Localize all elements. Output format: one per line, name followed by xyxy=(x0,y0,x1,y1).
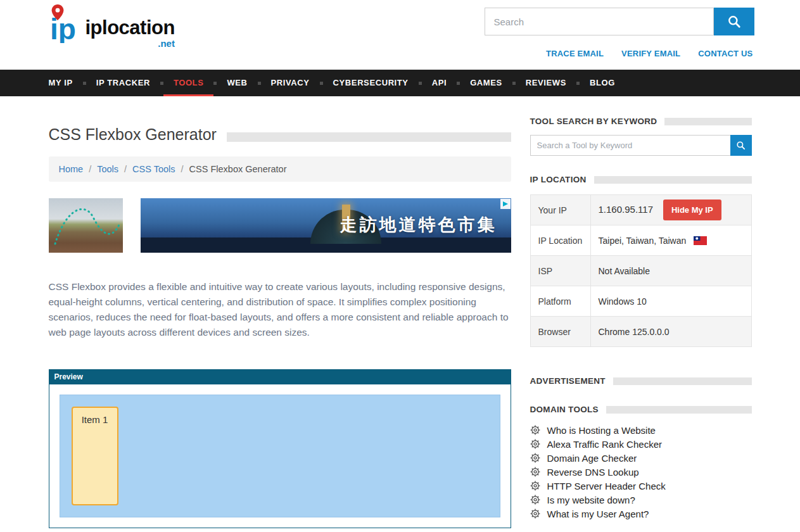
sidebar: TOOL SEARCH BY KEYWORD IP LOCATION Your … xyxy=(530,117,752,528)
tool-search-input[interactable] xyxy=(530,135,730,156)
gear-icon xyxy=(530,495,540,505)
site-logo[interactable]: ip iplocation .net xyxy=(49,4,175,49)
page-description: CSS Flexbox provides a flexible and intu… xyxy=(49,279,511,340)
flex-container: Item 1 xyxy=(60,395,500,517)
list-item: Reverse DNS Lookup xyxy=(530,465,752,479)
title-decoration-bar xyxy=(227,132,511,142)
ad-main-image: 走訪地道特色市集 xyxy=(141,198,511,253)
tool-search-button[interactable] xyxy=(730,135,752,156)
breadcrumb-css-tools[interactable]: CSS Tools xyxy=(132,164,175,174)
row-label: Browser xyxy=(530,317,590,347)
adchoices-triangle-icon xyxy=(502,201,509,207)
nav-item-blog[interactable]: BLOG xyxy=(580,70,625,96)
breadcrumb-home[interactable]: Home xyxy=(59,164,84,174)
browser-value: Chrome 125.0.0.0 xyxy=(590,317,751,347)
list-item: Who is Hosting a Website xyxy=(530,423,752,437)
domain-tool-who-is-hosting-link[interactable]: Who is Hosting a Website xyxy=(547,425,656,436)
flex-item-1: Item 1 xyxy=(72,407,118,505)
isp-value: Not Available xyxy=(590,256,751,286)
tool-search xyxy=(530,135,752,156)
ad-gap xyxy=(123,198,141,253)
preview-panel: Preview Item 1 xyxy=(49,369,511,528)
ip-location-table: Your IP 1.160.95.117 Hide My IP IP Locat… xyxy=(530,194,752,347)
ad-left-image xyxy=(49,198,123,253)
table-row: IP Location Taipei, Taiwan, Taiwan xyxy=(530,225,751,256)
domain-tools-list: Who is Hosting a Website Alexa Traffic R… xyxy=(530,423,752,521)
hide-my-ip-button[interactable]: Hide My IP xyxy=(663,200,721,220)
main-nav: MY IP IP TRACKER TOOLS WEB PRIVACY CYBER… xyxy=(0,70,800,96)
advertisement-heading: ADVERTISEMENT xyxy=(530,376,606,386)
tool-search-heading: TOOL SEARCH BY KEYWORD xyxy=(530,117,657,126)
row-label: Your IP xyxy=(530,195,590,225)
search-icon xyxy=(727,15,741,28)
gear-icon xyxy=(530,453,540,463)
breadcrumb-tools[interactable]: Tools xyxy=(97,164,118,174)
table-row: ISP Not Available xyxy=(530,256,751,286)
domain-tool-user-agent-link[interactable]: What is my User Agent? xyxy=(547,509,649,519)
logo-pin-icon: ip xyxy=(49,4,84,43)
breadcrumb-separator: / xyxy=(124,164,127,174)
svg-text:ip: ip xyxy=(50,13,76,43)
heading-decoration-bar xyxy=(606,406,752,414)
ip-location-value: Taipei, Taiwan, Taiwan xyxy=(599,236,687,246)
verify-email-link[interactable]: VERIFY EMAIL xyxy=(621,49,680,58)
domain-tool-domain-age-link[interactable]: Domain Age Checker xyxy=(547,453,637,464)
taiwan-flag-icon xyxy=(694,236,707,245)
platform-value: Windows 10 xyxy=(590,286,751,317)
nav-item-reviews[interactable]: REVIEWS xyxy=(516,70,576,96)
nav-item-privacy[interactable]: PRIVACY xyxy=(261,70,320,96)
adchoices-icon[interactable] xyxy=(500,199,511,209)
list-item: HTTP Server Header Check xyxy=(530,479,752,493)
header-links: TRACE EMAIL VERIFY EMAIL CONTACT US xyxy=(546,49,752,58)
logo-text: iplocation xyxy=(86,18,175,37)
preview-header: Preview xyxy=(49,369,511,384)
ad-curve-graphic xyxy=(49,198,123,253)
your-ip-value: 1.160.95.117 xyxy=(599,204,653,215)
preview-body: Item 1 xyxy=(49,384,511,528)
list-item: What is my User Agent? xyxy=(530,507,752,521)
nav-item-my-ip[interactable]: MY IP xyxy=(49,70,83,96)
header-search xyxy=(485,8,754,35)
search-icon xyxy=(736,141,746,150)
gear-icon xyxy=(530,509,540,519)
contact-us-link[interactable]: CONTACT US xyxy=(698,49,752,58)
nav-item-cybersecurity[interactable]: CYBERSECURITY xyxy=(323,70,419,96)
list-item: Domain Age Checker xyxy=(530,451,752,465)
header-search-input[interactable] xyxy=(485,8,714,35)
row-label: Platform xyxy=(530,286,590,317)
main-content: CSS Flexbox Generator Home / Tools / CSS… xyxy=(49,117,511,528)
breadcrumb-separator: / xyxy=(181,164,184,174)
nav-item-ip-tracker[interactable]: IP TRACKER xyxy=(86,70,160,96)
list-item: Is my website down? xyxy=(530,493,752,507)
breadcrumb: Home / Tools / CSS Tools / CSS Flexbox G… xyxy=(49,156,511,182)
gear-icon xyxy=(530,481,540,491)
ad-banner[interactable]: 走訪地道特色市集 xyxy=(49,198,511,253)
header-search-button[interactable] xyxy=(714,8,754,35)
row-label: ISP xyxy=(530,256,590,286)
row-label: IP Location xyxy=(530,225,590,256)
gear-icon xyxy=(530,467,540,477)
site-header: ip iplocation .net TRACE EMAIL VERIFY EM… xyxy=(0,0,800,70)
heading-decoration-bar xyxy=(664,118,751,125)
domain-tool-http-header-link[interactable]: HTTP Server Header Check xyxy=(547,481,666,491)
list-item: Alexa Traffic Rank Checker xyxy=(530,437,752,451)
ad-headline: 走訪地道特色市集 xyxy=(340,213,497,236)
table-row: Platform Windows 10 xyxy=(530,286,751,317)
table-row: Your IP 1.160.95.117 Hide My IP xyxy=(530,195,751,225)
domain-tool-reverse-dns-link[interactable]: Reverse DNS Lookup xyxy=(547,467,639,478)
domain-tool-website-down-link[interactable]: Is my website down? xyxy=(547,495,635,505)
nav-item-api[interactable]: API xyxy=(422,70,457,96)
domain-tools-heading: DOMAIN TOOLS xyxy=(530,405,599,414)
nav-item-games[interactable]: GAMES xyxy=(460,70,512,96)
ip-location-heading: IP LOCATION xyxy=(530,175,587,184)
trace-email-link[interactable]: TRACE EMAIL xyxy=(546,49,604,58)
domain-tool-alexa-rank-link[interactable]: Alexa Traffic Rank Checker xyxy=(547,439,662,450)
heading-decoration-bar xyxy=(594,176,752,184)
breadcrumb-current: CSS Flexbox Generator xyxy=(189,164,287,174)
gear-icon xyxy=(530,425,540,435)
heading-decoration-bar xyxy=(613,377,752,385)
nav-item-tools[interactable]: TOOLS xyxy=(163,70,214,96)
table-row: Browser Chrome 125.0.0.0 xyxy=(530,317,751,347)
logo-tld: .net xyxy=(158,38,175,49)
nav-item-web[interactable]: WEB xyxy=(217,70,257,96)
